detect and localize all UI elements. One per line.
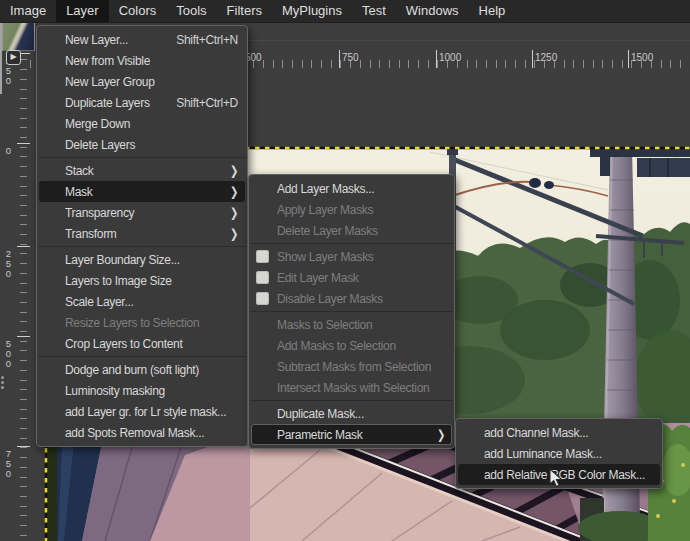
menu-item-label: Add Layer Masks...: [277, 182, 445, 196]
menu-item-label: Show Layer Masks: [277, 250, 445, 264]
menu-item-label: Apply Layer Masks: [277, 203, 445, 217]
menu-item-duplicate-layers[interactable]: Duplicate LayersShift+Ctrl+D: [37, 92, 247, 113]
submenu-arrow-icon: ❯: [230, 164, 238, 178]
menu-item-transform[interactable]: Transform❯: [37, 223, 247, 244]
menubar-item-image[interactable]: Image: [0, 0, 56, 22]
menu-item-add-spots-removal-mask[interactable]: add Spots Removal Mask...: [37, 422, 247, 443]
checkbox-icon: [256, 292, 269, 305]
menu-item-label: add Relative RGB Color Mask...: [484, 468, 653, 482]
menu-item-transparency[interactable]: Transparency❯: [37, 202, 247, 223]
grip-dots-icon: [1, 376, 4, 379]
ruler-tick: [17, 446, 30, 447]
menu-item-show-layer-masks: Show Layer Masks: [249, 246, 454, 267]
submenu-arrow-icon: ❯: [230, 185, 238, 199]
mask-submenu: Add Layer Masks...Apply Layer MasksDelet…: [248, 174, 455, 449]
menu-item-label: New from Visible: [65, 54, 238, 68]
menu-item-mask[interactable]: Mask❯: [39, 181, 245, 202]
image-tab-thumbnail[interactable]: [2, 22, 35, 51]
menu-item-label: Duplicate Layers: [65, 96, 162, 110]
menubar-item-myplugins[interactable]: MyPlugins: [272, 0, 352, 22]
menu-item-delete-layer-masks: Delete Layer Masks: [249, 220, 454, 241]
menu-item-label: Resize Layers to Selection: [65, 316, 238, 330]
menu-item-new-layer[interactable]: New Layer...Shift+Ctrl+N: [37, 29, 247, 50]
menu-item-label: Stack: [65, 164, 216, 178]
menu-item-label: Luminosity masking: [65, 384, 238, 398]
menu-item-add-channel-mask[interactable]: add Channel Mask...: [456, 422, 662, 443]
ruler-tick: [436, 50, 437, 68]
ruler-label: 250: [3, 248, 14, 278]
submenu-arrow-icon: ❯: [230, 227, 238, 241]
submenu-arrow-icon: ❯: [437, 428, 445, 442]
shortcut-label: Shift+Ctrl+D: [176, 96, 238, 110]
menu-button[interactable]: ▶: [6, 50, 21, 65]
menu-item-new-from-visible[interactable]: New from Visible: [37, 50, 247, 71]
menu-item-label: Disable Layer Masks: [277, 292, 445, 306]
menu-item-label: Masks to Selection: [277, 318, 445, 332]
menu-item-label: Subtract Masks from Selection: [277, 360, 445, 374]
menu-item-label: Edit Layer Mask: [277, 271, 445, 285]
menu-item-label: Merge Down: [65, 117, 238, 131]
menu-item-label: Transparency: [65, 206, 216, 220]
ruler-tick: [17, 246, 30, 247]
menu-item-label: Scale Layer...: [65, 295, 238, 309]
ruler-label: 1000: [439, 52, 461, 63]
menu-item-apply-layer-masks: Apply Layer Masks: [249, 199, 454, 220]
vertical-ruler[interactable]: 2500250500750: [0, 40, 30, 541]
menu-item-dodge-and-burn-soft-light[interactable]: Dodge and burn (soft light): [37, 359, 247, 380]
menu-item-luminosity-masking[interactable]: Luminosity masking: [37, 380, 247, 401]
menubar: ImageLayerColorsToolsFiltersMyPluginsTes…: [0, 0, 690, 23]
menu-item-label: add Channel Mask...: [484, 426, 653, 440]
menu-item-label: Delete Layers: [65, 138, 238, 152]
menu-item-add-layer-masks[interactable]: Add Layer Masks...: [249, 178, 454, 199]
menu-item-crop-layers-to-content[interactable]: Crop Layers to Content: [37, 333, 247, 354]
menu-item-label: Layers to Image Size: [65, 274, 238, 288]
menubar-item-tools[interactable]: Tools: [166, 0, 216, 22]
menu-item-stack[interactable]: Stack❯: [37, 160, 247, 181]
menu-item-subtract-masks-from-selection: Subtract Masks from Selection: [249, 356, 454, 377]
menu-item-label: Crop Layers to Content: [65, 337, 238, 351]
menubar-item-layer[interactable]: Layer: [56, 0, 109, 22]
ruler-tick: [532, 50, 533, 68]
checkbox-icon: [256, 271, 269, 284]
menu-item-label: New Layer...: [65, 33, 162, 47]
checkbox-icon: [256, 250, 269, 263]
menu-item-duplicate-mask[interactable]: Duplicate Mask...: [249, 403, 454, 424]
menu-item-disable-layer-masks: Disable Layer Masks: [249, 288, 454, 309]
menu-item-resize-layers-to-selection: Resize Layers to Selection: [37, 312, 247, 333]
ruler-tick: [339, 50, 340, 68]
shortcut-label: Shift+Ctrl+N: [176, 33, 238, 47]
menu-separator: [38, 356, 246, 357]
ruler-label: 0: [3, 145, 14, 155]
layer-menu: New Layer...Shift+Ctrl+NNew from Visible…: [36, 25, 248, 447]
menu-item-delete-layers[interactable]: Delete Layers: [37, 134, 247, 155]
menu-item-label: add Layer gr. for Lr style mask...: [65, 405, 238, 419]
menu-item-add-masks-to-selection: Add Masks to Selection: [249, 335, 454, 356]
menubar-item-colors[interactable]: Colors: [109, 0, 167, 22]
menu-item-scale-layer[interactable]: Scale Layer...: [37, 291, 247, 312]
menu-item-label: Mask: [65, 185, 216, 199]
menu-item-label: add Luminance Mask...: [484, 447, 653, 461]
menubar-item-help[interactable]: Help: [469, 0, 516, 22]
menu-item-add-luminance-mask[interactable]: add Luminance Mask...: [456, 443, 662, 464]
menu-item-layer-boundary-size[interactable]: Layer Boundary Size...: [37, 249, 247, 270]
menu-item-merge-down[interactable]: Merge Down: [37, 113, 247, 134]
menu-item-label: add Spots Removal Mask...: [65, 426, 238, 440]
menu-item-label: Delete Layer Masks: [277, 224, 445, 238]
menu-item-label: Parametric Mask: [277, 428, 423, 442]
menu-item-layers-to-image-size[interactable]: Layers to Image Size: [37, 270, 247, 291]
menu-item-parametric-mask[interactable]: Parametric Mask❯: [251, 424, 452, 445]
menu-separator: [250, 400, 453, 401]
menubar-item-test[interactable]: Test: [352, 0, 396, 22]
menubar-item-windows[interactable]: Windows: [396, 0, 469, 22]
ruler-label: 1250: [535, 52, 557, 63]
submenu-arrow-icon: ❯: [230, 206, 238, 220]
menu-item-add-layer-gr-for-lr-style-mask[interactable]: add Layer gr. for Lr style mask...: [37, 401, 247, 422]
menu-item-label: Duplicate Mask...: [277, 407, 445, 421]
ruler-tick: [17, 336, 30, 337]
play-icon: ▶: [10, 52, 16, 61]
menubar-item-filters[interactable]: Filters: [217, 0, 272, 22]
menu-item-intersect-masks-with-selection: Intersect Masks with Selection: [249, 377, 454, 398]
menu-item-label: Dodge and burn (soft light): [65, 363, 238, 377]
menu-item-label: Intersect Masks with Selection: [277, 381, 445, 395]
menu-item-new-layer-group[interactable]: New Layer Group: [37, 71, 247, 92]
